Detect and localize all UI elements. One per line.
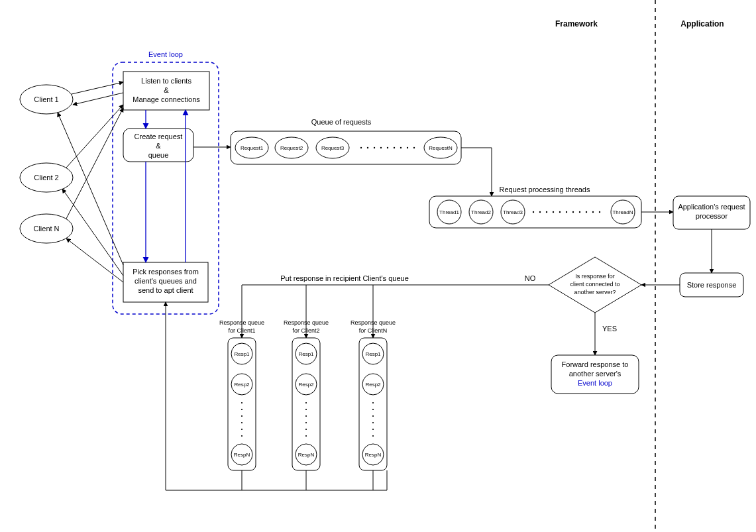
pick-responses-box: Pick responses from client's queues and …: [123, 262, 208, 302]
svg-text:&: &: [156, 142, 161, 150]
svg-point-88: [305, 435, 307, 437]
client-2: Client 2: [20, 163, 73, 192]
svg-text:client's queues and: client's queues and: [135, 277, 197, 285]
threads-title: Request processing threads: [500, 186, 590, 193]
svg-text:Thread1: Thread1: [439, 209, 459, 215]
svg-text:Resp1: Resp1: [298, 351, 314, 357]
arrow-queues-to-pick: [166, 302, 387, 490]
svg-point-25: [367, 147, 368, 148]
svg-text:another server?: another server?: [574, 289, 616, 295]
arrow-c2-to-listen: [66, 105, 123, 168]
rqn-item-n: RespN: [362, 444, 384, 465]
arrow-queue-to-threads: [461, 148, 492, 196]
application-label: Application: [680, 19, 724, 28]
svg-text:Resp2: Resp2: [365, 382, 381, 388]
svg-text:Manage connections: Manage connections: [133, 95, 200, 103]
svg-point-97: [372, 415, 374, 417]
svg-point-95: [372, 402, 374, 403]
svg-point-87: [305, 429, 307, 430]
app-processor-box: Application's request processor: [673, 196, 750, 229]
arrow-c1-to-listen: [72, 82, 123, 94]
svg-text:Thread3: Thread3: [503, 209, 523, 215]
arrow-pick-to-c1: [58, 113, 123, 265]
rq2-title-l1: Response queue: [284, 319, 329, 326]
svg-text:Pick responses from: Pick responses from: [133, 268, 199, 276]
thread-3: Thread3: [501, 200, 525, 224]
svg-text:Forward response to: Forward response to: [562, 360, 629, 368]
listen-box: Listen to clients & Manage connections: [123, 72, 209, 110]
rq1-item-n: RespN: [231, 444, 252, 465]
queue-title: Queue of requests: [311, 118, 372, 126]
event-loop-title: Event loop: [148, 50, 183, 58]
rq2-item-1: Resp1: [296, 343, 317, 364]
rq1-title-l2: for Client1: [228, 327, 255, 334]
rq2-item-n: RespN: [296, 444, 317, 465]
svg-point-72: [241, 409, 243, 410]
yes-label: YES: [602, 325, 617, 333]
svg-text:ThreadN: ThreadN: [612, 209, 633, 215]
rq1-item-1: Resp1: [231, 343, 252, 364]
forward-box: Forward response to another server's Eve…: [551, 355, 639, 394]
svg-point-48: [579, 211, 580, 213]
thread-n: ThreadN: [611, 200, 635, 224]
svg-text:send to apt client: send to apt client: [138, 286, 193, 294]
svg-point-84: [305, 409, 307, 410]
svg-point-45: [559, 211, 561, 213]
rq1-title-l1: Response queue: [219, 319, 264, 326]
svg-point-41: [533, 211, 534, 213]
svg-text:Application's request: Application's request: [678, 203, 745, 211]
svg-text:Create request: Create request: [135, 133, 183, 140]
rq2-item-2: Resp2: [296, 374, 317, 395]
svg-text:Request3: Request3: [321, 145, 345, 151]
rq2-title-l2: for Client2: [292, 327, 319, 334]
rqn-item-2: Resp2: [362, 374, 384, 395]
svg-point-30: [400, 147, 402, 148]
client-n: Client N: [20, 214, 73, 243]
svg-point-43: [546, 211, 547, 213]
thread-2: Thread2: [469, 200, 493, 224]
svg-text:Client 2: Client 2: [34, 174, 58, 182]
queue-item-1: Request1: [235, 137, 268, 158]
svg-point-42: [539, 211, 541, 213]
svg-text:Event loop: Event loop: [578, 379, 612, 387]
svg-text:Request1: Request1: [241, 145, 264, 151]
queue-item-2: Request2: [275, 137, 308, 158]
svg-text:Resp2: Resp2: [298, 382, 314, 388]
svg-point-31: [407, 147, 408, 148]
create-request-box: Create request & queue: [123, 129, 193, 162]
svg-point-74: [241, 422, 243, 423]
svg-text:RequestN: RequestN: [429, 145, 453, 151]
svg-point-49: [586, 211, 587, 213]
svg-point-27: [380, 147, 382, 148]
svg-text:RespN: RespN: [298, 452, 315, 458]
rqn-item-1: Resp1: [362, 343, 384, 364]
svg-text:RespN: RespN: [365, 452, 382, 458]
svg-text:Client 1: Client 1: [34, 95, 58, 103]
svg-text:queue: queue: [148, 151, 169, 159]
svg-point-86: [305, 422, 307, 423]
svg-point-85: [305, 415, 307, 417]
put-response-label: Put response in recipient Client's queue: [280, 274, 409, 282]
svg-point-28: [387, 147, 388, 148]
svg-point-76: [241, 435, 243, 437]
arrow-no-to-q1: [242, 285, 549, 338]
svg-point-83: [305, 402, 307, 403]
svg-point-50: [592, 211, 594, 213]
svg-text:Listen to clients: Listen to clients: [141, 77, 191, 85]
svg-point-96: [372, 409, 374, 410]
svg-text:Resp2: Resp2: [234, 382, 250, 388]
client-1: Client 1: [20, 85, 73, 114]
svg-text:processor: processor: [696, 212, 728, 220]
svg-point-75: [241, 429, 243, 430]
svg-text:Resp1: Resp1: [365, 351, 381, 357]
svg-point-29: [394, 147, 395, 148]
rqn-title-l2: for ClientN: [359, 327, 388, 334]
svg-text:Client N: Client N: [33, 225, 59, 233]
svg-text:Store response: Store response: [687, 281, 737, 289]
framework-label: Framework: [555, 19, 598, 28]
svg-point-32: [413, 147, 415, 148]
svg-text:RespN: RespN: [234, 452, 250, 458]
svg-text:Is response for: Is response for: [575, 273, 615, 280]
svg-point-24: [360, 147, 362, 148]
svg-point-100: [372, 435, 374, 437]
